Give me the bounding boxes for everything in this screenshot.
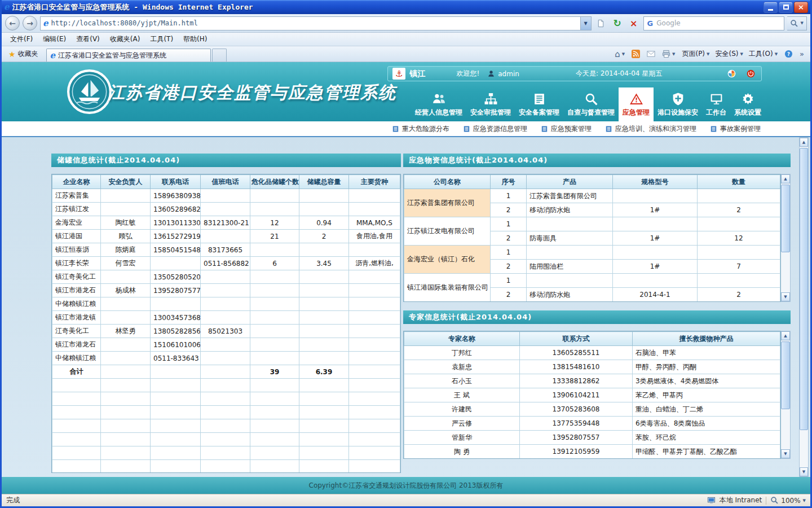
scroll-up-button[interactable]: ▲: [781, 174, 790, 183]
cell: [250, 284, 299, 297]
window-titlebar[interactable]: e 江苏省港口安全监管与应急管理系统 - Windows Internet Ex…: [2, 0, 810, 14]
supplies-scrollbar[interactable]: ▲▼: [781, 174, 791, 302]
expert-name-cell: 石小玉: [404, 374, 520, 388]
back-button[interactable]: ←: [5, 16, 20, 30]
expert-name-cell: 丁邦红: [404, 346, 520, 360]
nav-item-5[interactable]: 应急管理: [619, 87, 654, 121]
scroll-thumb[interactable]: [781, 185, 790, 252]
subnav-item-3[interactable]: 应急预案管理: [541, 124, 592, 134]
menu-item-2[interactable]: 编辑(E): [38, 32, 71, 46]
address-dropdown[interactable]: ▼: [580, 17, 591, 30]
nav-item-1[interactable]: 经营人信息管理: [411, 87, 466, 121]
supplies-table-wrap: 公司名称序号产品规格型号数量江苏索普集团有限公司1江苏索普集团有限公司 2移动消…: [403, 174, 781, 302]
cell: [349, 406, 400, 419]
scroll-down-button[interactable]: ▼: [781, 449, 790, 458]
tank-header-row: 企业名称安全负责人联系电话值班电话危化品储罐个数储罐总容量主要货种: [52, 175, 400, 189]
new-tab-stub[interactable]: [212, 49, 227, 62]
stop-button[interactable]: ×: [627, 16, 641, 30]
scroll-thumb[interactable]: [800, 148, 808, 430]
cell: 镇江恒泰沥: [52, 243, 101, 257]
logout-button[interactable]: [744, 68, 757, 80]
cell: [151, 392, 201, 406]
scroll-track[interactable]: [800, 147, 808, 467]
compatibility-view-button[interactable]: [594, 16, 608, 30]
search-box[interactable]: G Google: [643, 16, 784, 30]
scroll-down-button[interactable]: ▼: [781, 292, 790, 301]
doc-icon: [463, 125, 470, 133]
cell: 镇江奇美化工: [52, 270, 101, 284]
menu-item-3[interactable]: 查看(V): [71, 32, 105, 46]
tank-row: 镇江奇美化工 13505280520: [52, 270, 400, 284]
minimize-icon: [768, 9, 773, 11]
tab-favicon: e: [50, 51, 56, 60]
close-button[interactable]: ×: [794, 2, 808, 13]
scroll-track[interactable]: [781, 183, 790, 292]
menu-item-6[interactable]: 帮助(H): [178, 32, 212, 46]
scroll-down-button[interactable]: ▼: [800, 467, 808, 476]
subnav-item-5[interactable]: 事故案例管理: [710, 124, 761, 134]
subnav-label: 应急资源信息管理: [473, 124, 527, 134]
toolbar-overflow-chevron[interactable]: »: [797, 49, 807, 59]
subnav-item-1[interactable]: 重大危险源分布: [392, 124, 449, 134]
product-cell: 防毒面具: [527, 231, 613, 246]
scroll-thumb[interactable]: [781, 341, 790, 409]
zoom-control[interactable]: 100% ▼: [770, 496, 806, 505]
seq-cell: 2: [491, 231, 527, 246]
url-text[interactable]: http://localhost:8080/yjpt/Main.html: [51, 19, 577, 27]
browser-tab[interactable]: e 江苏省港口安全监管与应急管理系统: [46, 49, 211, 62]
cell: [201, 189, 250, 203]
scroll-track[interactable]: [781, 340, 790, 449]
nav-item-4[interactable]: 自查与督查管理: [563, 87, 619, 121]
tank-row: 镇江港国顾弘13615272919 212食用油,食用: [52, 230, 400, 243]
seq-cell: 1: [491, 217, 527, 231]
nav-item-2[interactable]: 安全审批管理: [466, 87, 515, 121]
minimize-button[interactable]: [764, 2, 778, 13]
qty-cell: 12: [698, 231, 780, 246]
command-bar: ⌂▼ ▼ 页面(P)▼安全(S)▼工具(O)▼ ? »: [612, 48, 808, 60]
cell: [201, 284, 250, 297]
nav-item-6[interactable]: 港口设施保安: [654, 87, 702, 121]
experts-scrollbar[interactable]: ▲▼: [781, 331, 791, 459]
cell: [151, 433, 201, 446]
company-cell: 江苏镇江发电有限公司: [404, 217, 491, 246]
menu-item-5[interactable]: 工具(T): [145, 32, 178, 46]
forward-button[interactable]: →: [23, 16, 37, 30]
subnav-item-2[interactable]: 应急资源信息管理: [463, 124, 527, 134]
maximize-button[interactable]: [779, 2, 793, 13]
theme-button[interactable]: [725, 68, 738, 80]
cell: [101, 352, 151, 365]
product-cell: 陆用围油栏: [527, 260, 613, 274]
command-button-1[interactable]: 页面(P)▼: [679, 48, 712, 60]
search-button[interactable]: [790, 19, 798, 28]
cell: [299, 311, 349, 325]
search-options-dropdown[interactable]: ▼: [801, 21, 804, 25]
scroll-up-button[interactable]: ▲: [800, 138, 808, 147]
command-button-3[interactable]: 工具(O)▼: [746, 48, 780, 60]
cell: [151, 257, 201, 270]
feeds-button[interactable]: [629, 49, 643, 59]
menu-item-1[interactable]: 文件(F): [5, 32, 38, 46]
refresh-button[interactable]: ↻: [611, 16, 624, 30]
nav-item-8[interactable]: 系统设置: [730, 87, 765, 121]
page-scrollbar[interactable]: ▲▼: [799, 137, 809, 477]
nav-item-7[interactable]: 工作台: [702, 87, 730, 121]
favorites-button[interactable]: ★ 收藏夹: [4, 47, 43, 60]
tank-filler-row: [52, 419, 400, 433]
chevron-down-icon: ▼: [803, 498, 806, 503]
print-button[interactable]: ▼: [659, 49, 678, 59]
address-bar[interactable]: e http://localhost:8080/yjpt/Main.html ▼: [40, 16, 592, 30]
cell: [299, 297, 349, 311]
tank-row: 镇江市港龙镇 13003457368: [52, 311, 400, 325]
home-button[interactable]: ⌂▼: [612, 48, 628, 60]
experts-panel-title: 专家信息统计(截止2014.04.04): [403, 310, 791, 324]
subnav-item-4[interactable]: 应急培训、演练和演习管理: [605, 124, 696, 134]
help-button[interactable]: ?: [782, 49, 796, 59]
command-button-2[interactable]: 安全(S)▼: [712, 48, 745, 60]
scroll-up-button[interactable]: ▲: [781, 331, 790, 340]
cell: [299, 203, 349, 216]
cell: 13952807577: [151, 284, 201, 297]
menu-item-4[interactable]: 收藏夹(A): [105, 32, 145, 46]
read-mail-button[interactable]: [644, 49, 658, 59]
nav-item-3[interactable]: 安全备案管理: [515, 87, 563, 121]
search-input[interactable]: Google: [656, 19, 680, 27]
